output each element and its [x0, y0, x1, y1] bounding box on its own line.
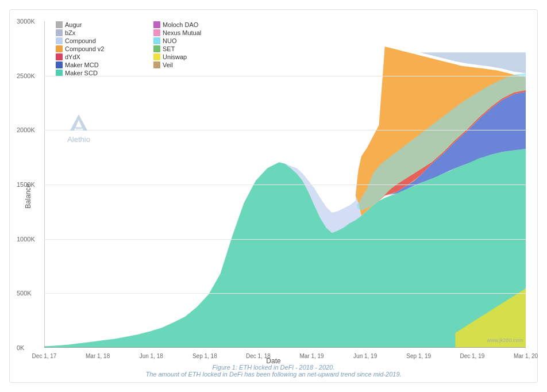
x-tick-label: Sep 1, 19 — [406, 353, 431, 359]
chart-container: Augur Moloch DAO bZx Nexus Mutual Compou… — [9, 9, 538, 383]
caption-line2: The amount of ETH locked in DeFi has bee… — [10, 371, 537, 378]
y-tick-label: 2000K — [17, 126, 35, 133]
alethio-text: Alethio — [67, 135, 90, 144]
y-tick-label: 0K — [17, 344, 24, 351]
chart-caption: Figure 1: ETH locked in DeFi - 2018 - 20… — [10, 364, 537, 378]
watermark: www.jk260.com — [487, 337, 523, 343]
x-tick-label: Mar 1, 18 — [86, 353, 110, 359]
y-tick-label: 2500K — [17, 72, 35, 79]
y-tick-label: 3000K — [17, 18, 35, 25]
x-tick-label: Mar 1, 19 — [299, 353, 323, 359]
x-tick-label: Jun 1, 19 — [353, 353, 377, 359]
chart-area: 3000K2500K2000K1500K1000K500K0K Dec 1, 1… — [44, 21, 526, 348]
x-tick-label: Sep 1, 18 — [192, 353, 217, 359]
alethio-logo: Alethio — [67, 113, 90, 144]
x-tick-label: Jun 1, 18 — [140, 353, 163, 359]
caption-line1: Figure 1: ETH locked in DeFi - 2018 - 20… — [10, 364, 537, 371]
x-tick-label: Dec 1, 19 — [460, 353, 484, 359]
chart-svg — [44, 21, 526, 348]
y-tick-label: 1000K — [17, 236, 35, 243]
y-tick-label: 500K — [17, 290, 32, 297]
x-tick-label: Mar 1, 20 — [514, 353, 538, 359]
x-tick-label: Dec 1, 17 — [32, 353, 57, 359]
y-axis-label: Balance — [24, 183, 32, 208]
